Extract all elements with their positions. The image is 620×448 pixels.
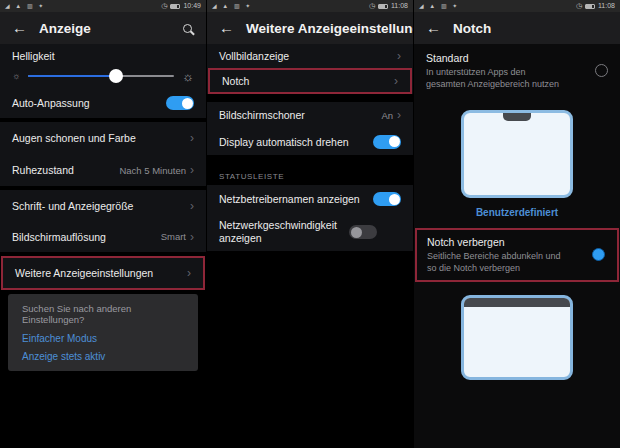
search-icon[interactable] bbox=[183, 24, 192, 33]
auto-rotate-toggle[interactable] bbox=[373, 135, 401, 149]
status-bar: ◢ ▲ ▥ ✦ ◷ 11:08 bbox=[414, 0, 620, 12]
auto-brightness-toggle[interactable] bbox=[166, 96, 194, 110]
row-label: Display automatisch drehen bbox=[219, 136, 373, 148]
status-bar: ◢ ▲ ▥ ✦ ◷ 11:08 bbox=[207, 0, 413, 12]
row-fullscreen-display[interactable]: Vollbildanzeige › bbox=[207, 44, 413, 68]
chevron-right-icon: › bbox=[397, 51, 401, 61]
brightness-low-icon: ☼ bbox=[12, 71, 20, 81]
status-time: 11:08 bbox=[391, 0, 408, 12]
status-time: 11:08 bbox=[598, 0, 615, 12]
text-resolution-group: Schrift- und Anzeigegröße › Bildschirmau… bbox=[0, 190, 206, 252]
page-title: Weitere Anzeigeeinstellungen bbox=[246, 21, 413, 36]
auto-brightness-row[interactable]: Auto-Anpassung bbox=[0, 88, 206, 118]
signal-wifi-icons: ◢ ▲ ▥ ✦ bbox=[5, 0, 45, 12]
battery-icon bbox=[585, 4, 595, 9]
fullscreen-notch-group: Vollbildanzeige › Notch › bbox=[207, 44, 413, 94]
screensaver-rotate-group: Bildschirmschoner An › Display automatis… bbox=[207, 102, 413, 155]
row-notch[interactable]: Notch › bbox=[210, 70, 410, 92]
search-suggestions-card: Suchen Sie nach anderen Einstellungen? E… bbox=[8, 294, 198, 371]
row-label: Bildschirmauflösung bbox=[12, 231, 161, 243]
brightness-slider-fill bbox=[28, 75, 115, 78]
screen-notch: ◢ ▲ ▥ ✦ ◷ 11:08 ← Notch Standard In unte… bbox=[413, 0, 620, 448]
signal-wifi-icons: ◢ ▲ ▥ ✦ bbox=[212, 0, 252, 12]
row-label: Netzwerkgeschwindigkeit anzeigen bbox=[219, 219, 349, 245]
page-title: Notch bbox=[453, 21, 608, 36]
row-carrier-name[interactable]: Netzbetreibernamen anzeigen bbox=[207, 185, 413, 213]
alarm-icon: ◷ bbox=[161, 0, 167, 12]
brightness-group: Helligkeit ☼ ☼ Auto-Anpassung bbox=[0, 44, 206, 118]
status-bar: ◢ ▲ ▥ ✦ ◷ 10:49 bbox=[0, 0, 206, 12]
row-label: Bildschirmschoner bbox=[219, 109, 381, 121]
alarm-icon: ◷ bbox=[369, 0, 375, 12]
back-icon[interactable]: ← bbox=[219, 12, 234, 44]
battery-icon bbox=[170, 4, 180, 9]
page-title: Anzeige bbox=[39, 21, 171, 36]
row-auto-rotate[interactable]: Display automatisch drehen bbox=[207, 128, 413, 155]
option-description: Seitliche Bereiche abdunkeln und so die … bbox=[427, 251, 567, 274]
chevron-right-icon: › bbox=[190, 165, 194, 175]
auto-brightness-label: Auto-Anpassung bbox=[12, 97, 166, 109]
network-speed-toggle[interactable] bbox=[349, 225, 377, 239]
notch-hidden-illustration bbox=[461, 295, 573, 380]
row-text-size[interactable]: Schrift- und Anzeigegröße › bbox=[0, 190, 206, 221]
row-label: Vollbildanzeige bbox=[219, 50, 397, 62]
option-title: Notch verbergen bbox=[427, 236, 577, 248]
brightness-high-icon: ☼ bbox=[182, 69, 194, 84]
row-resolution[interactable]: Bildschirmauflösung Smart › bbox=[0, 221, 206, 252]
row-label: Ruhezustand bbox=[12, 164, 119, 176]
row-label: Weitere Anzeigeeinstellungen bbox=[15, 267, 187, 279]
color-sleep-group: Augen schonen und Farbe › Ruhezustand Na… bbox=[0, 122, 206, 186]
option-hide-notch[interactable]: Notch verbergen Seitliche Bereiche abdun… bbox=[415, 228, 619, 282]
alarm-icon: ◷ bbox=[576, 0, 582, 12]
darkened-top-bar bbox=[464, 298, 570, 307]
back-icon[interactable]: ← bbox=[426, 12, 441, 44]
notch-shape bbox=[503, 113, 531, 121]
row-value: Smart bbox=[161, 231, 186, 242]
section-statusbar-label: STATUSLEISTE bbox=[207, 159, 413, 185]
app-header: ← Weitere Anzeigeeinstellungen bbox=[207, 12, 413, 44]
screen-anzeige: ◢ ▲ ▥ ✦ ◷ 10:49 ← Anzeige Helligkeit ☼ bbox=[0, 0, 206, 448]
option-title: Standard bbox=[426, 52, 580, 64]
brightness-slider-knob[interactable] bbox=[109, 69, 123, 83]
row-label: Netzbetreibernamen anzeigen bbox=[219, 193, 373, 205]
status-time: 10:49 bbox=[183, 0, 201, 12]
signal-wifi-icons: ◢ ▲ ▥ ✦ bbox=[419, 0, 459, 12]
row-sleep[interactable]: Ruhezustand Nach 5 Minuten › bbox=[0, 154, 206, 186]
highlight-box-notch: Notch › bbox=[208, 68, 412, 94]
chevron-right-icon: › bbox=[187, 268, 191, 278]
battery-icon bbox=[378, 4, 388, 9]
highlight-box-weitere: Weitere Anzeigeeinstellungen › bbox=[1, 256, 205, 290]
row-label: Notch bbox=[222, 75, 394, 87]
standard-radio[interactable] bbox=[595, 64, 608, 77]
chevron-right-icon: › bbox=[190, 201, 194, 211]
app-header: ← Notch bbox=[414, 12, 620, 44]
screen-weitere-anzeigeeinstellungen: ◢ ▲ ▥ ✦ ◷ 11:08 ← Weitere Anzeigeeinstel… bbox=[206, 0, 413, 448]
row-label: Schrift- und Anzeigegröße bbox=[12, 200, 190, 212]
hide-notch-radio[interactable] bbox=[592, 248, 605, 261]
statusbar-settings-group: Netzbetreibernamen anzeigen Netzwerkgesc… bbox=[207, 185, 413, 251]
screenshot-montage: ◢ ▲ ▥ ✦ ◷ 10:49 ← Anzeige Helligkeit ☼ bbox=[0, 0, 620, 448]
link-always-on-display[interactable]: Anzeige stets aktiv bbox=[22, 351, 184, 362]
carrier-name-toggle[interactable] bbox=[373, 192, 401, 206]
chevron-right-icon: › bbox=[397, 110, 401, 120]
row-label: Augen schonen und Farbe bbox=[12, 132, 190, 144]
row-eye-comfort[interactable]: Augen schonen und Farbe › bbox=[0, 122, 206, 154]
search-suggestions-question: Suchen Sie nach anderen Einstellungen? bbox=[22, 303, 184, 325]
notch-visible-illustration bbox=[461, 110, 573, 198]
row-value: Nach 5 Minuten bbox=[119, 165, 186, 176]
app-header: ← Anzeige bbox=[0, 12, 206, 44]
chevron-right-icon: › bbox=[190, 133, 194, 143]
row-more-display-settings[interactable]: Weitere Anzeigeeinstellungen › bbox=[3, 258, 203, 288]
custom-label: Benutzerdefiniert bbox=[414, 207, 620, 218]
back-icon[interactable]: ← bbox=[12, 12, 27, 44]
row-screensaver[interactable]: Bildschirmschoner An › bbox=[207, 102, 413, 128]
brightness-slider[interactable] bbox=[28, 75, 174, 78]
option-standard[interactable]: Standard In unterstützen Apps den gesamt… bbox=[414, 44, 620, 98]
link-simple-mode[interactable]: Einfacher Modus bbox=[22, 333, 184, 344]
brightness-label: Helligkeit bbox=[12, 50, 194, 62]
row-value: An bbox=[381, 110, 393, 121]
chevron-right-icon: › bbox=[394, 76, 398, 86]
option-description: In unterstützen Apps den gesamten Anzeig… bbox=[426, 67, 566, 90]
row-network-speed[interactable]: Netzwerkgeschwindigkeit anzeigen bbox=[207, 213, 413, 251]
chevron-right-icon: › bbox=[190, 232, 194, 242]
